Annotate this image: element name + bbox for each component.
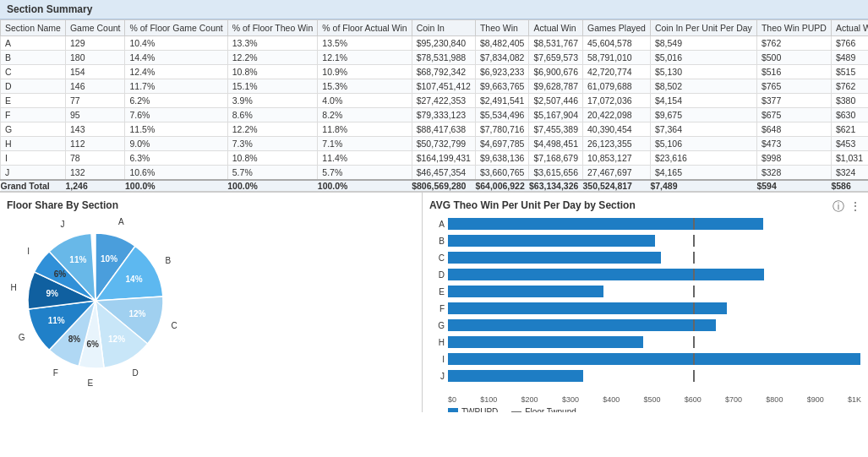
col-pct-floor-theo: % of Floor Theo Win [227,20,318,36]
floor-line [693,370,695,382]
col-coin-in: Coin In [412,20,475,36]
col-game-count: Game Count [65,20,125,36]
panel-icons[interactable]: ⓘ ⋮ [833,199,861,215]
bar-fill [448,319,716,331]
table-row: B18014.4%12.2%12.1%$78,531,988$7,834,082… [1,51,869,65]
svg-text:11%: 11% [69,255,86,264]
section-summary-table: Section Name Game Count % of Floor Game … [0,19,868,193]
avg-theo-panel: AVG Theo Win Per Unit Per Day by Section… [423,193,868,412]
x-axis-label: $400 [603,395,620,404]
pie-area: 10%A14%B12%C12%D6%E8%F11%G9%H6%I11%J [7,216,415,402]
x-axis-label: $900 [807,395,824,404]
col-actual-win: Actual Win [529,20,583,36]
table-row: I786.3%10.8%11.4%$164,199,431$9,638,136$… [1,151,869,166]
bar-fill [448,336,643,348]
floor-twpupd-legend-box [511,411,521,413]
bar-row: B [429,233,861,248]
x-axis-label: $700 [725,395,742,404]
bar-track [448,235,861,247]
bar-fill [448,218,763,230]
twpupd-legend-box [448,408,458,413]
floor-line [693,269,695,280]
floor-twpupd-legend-label: Floor Twpupd [525,407,576,412]
twpupd-legend: TWPUPD [448,407,498,412]
table-row: H1129.0%7.3%7.1%$50,732,799$4,697,785$4,… [1,137,869,151]
col-pct-floor-game: % of Floor Game Count [125,20,227,36]
x-axis-label: $0 [448,395,456,404]
bar-fill [448,286,603,297]
svg-text:D: D [133,368,139,378]
col-coin-pupd: Coin In Per Unit Per Day [650,20,756,36]
x-axis-label: $200 [521,395,538,404]
svg-text:E: E [88,378,94,388]
floor-line [693,336,695,348]
x-axis-label: $800 [766,395,783,404]
more-icon[interactable]: ⋮ [849,199,861,215]
bar-row: C [429,250,861,265]
floor-line [693,353,695,365]
floor-line [693,235,695,247]
bar-fill [448,252,661,264]
gt-games-played: 350,524,817 [583,180,651,191]
bar-section-label: F [429,304,445,313]
x-axis-label: $1K [848,395,861,404]
svg-text:I: I [27,247,30,256]
col-actual-pupd: Actual Win PUPD [831,20,868,36]
svg-text:J: J [61,220,65,229]
floor-share-title: Floor Share By Section [7,199,415,211]
table-row: G14311.5%12.2%11.8%$88,417,638$7,780,716… [1,122,869,137]
bar-section-label: H [429,338,445,347]
bar-track [448,336,861,348]
col-pct-floor-actual: % of Floor Actual Win [318,20,412,36]
col-section-name: Section Name [1,20,66,36]
bar-track [448,286,861,297]
svg-text:B: B [166,256,172,265]
svg-text:10%: 10% [101,254,117,264]
bottom-panels: Floor Share By Section 10%A14%B12%C12%D6… [0,193,868,412]
table-row: E776.2%3.9%4.0%$27,422,353$2,491,541$2,5… [1,94,869,108]
info-icon[interactable]: ⓘ [833,199,844,215]
bar-section-label: I [429,355,445,364]
bar-track [448,302,861,314]
bar-row: H [429,335,861,350]
bar-fill [448,269,764,280]
bar-row: A [429,216,861,231]
floor-twpupd-legend: Floor Twpupd [511,407,576,412]
bar-track [448,218,861,230]
bar-row: G [429,318,861,333]
table-row: F957.6%8.6%8.2%$79,333,123$5,534,496$5,1… [1,108,869,122]
gt-name: Grand Total [1,180,66,191]
bar-track [448,269,861,280]
svg-text:12%: 12% [128,309,145,318]
bar-fill [448,302,727,314]
x-axis-label: $300 [562,395,579,404]
svg-text:C: C [172,321,177,330]
bar-row: J [429,368,861,384]
bar-track [448,252,861,264]
bar-row: F [429,301,861,316]
col-theo-win: Theo Win [475,20,529,36]
gt-game-count: 1,246 [65,180,125,191]
bar-fill [448,353,860,365]
bar-track [448,370,861,382]
pie-chart: 10%A14%B12%C12%D6%E8%F11%G9%H6%I11%J [7,216,235,402]
floor-line [693,319,695,331]
svg-text:6%: 6% [54,269,67,279]
x-axis-label: $100 [480,395,497,404]
bar-track [448,353,861,365]
gt-pct-floor-game: 100.0% [125,180,227,191]
bar-section-label: C [429,253,445,263]
bar-chart: ABCDEFGHIJ [429,216,861,394]
col-games-played: Games Played [583,20,651,36]
svg-text:8%: 8% [68,335,81,344]
bar-section-label: A [429,220,445,229]
bar-section-label: G [429,321,445,330]
x-axis-label: $600 [685,395,701,404]
svg-text:H: H [11,283,17,292]
gt-actual-win: $63,134,326 [529,180,583,191]
svg-text:14%: 14% [126,275,143,284]
bar-row: D [429,267,861,282]
svg-text:11%: 11% [48,316,65,325]
section-summary-header: Section Summary [0,0,868,19]
svg-text:A: A [118,217,124,226]
